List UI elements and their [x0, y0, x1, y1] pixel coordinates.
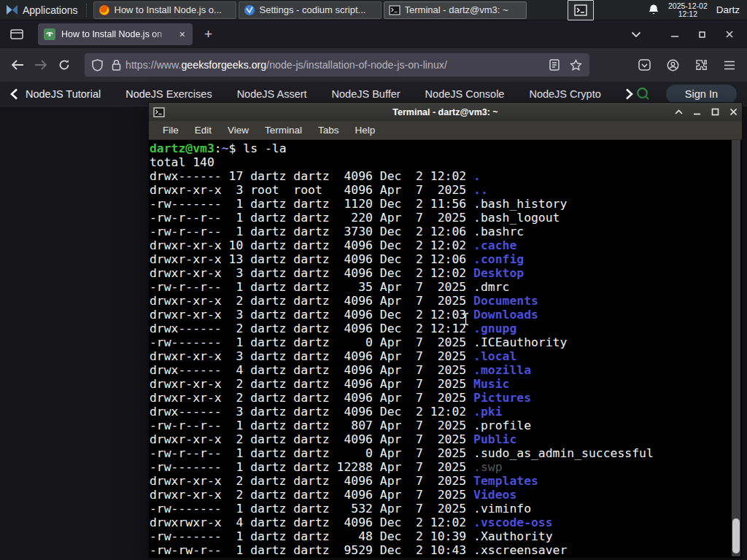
close-window-button[interactable]: [725, 30, 734, 39]
account-icon[interactable]: [667, 59, 679, 71]
taskbar-window-button[interactable]: Settings - codium script...: [239, 1, 382, 19]
reload-button[interactable]: [53, 53, 76, 77]
system-tray: 2025-12-02 12:12 Dartz: [648, 0, 747, 20]
lock-icon[interactable]: [112, 59, 121, 71]
maximize-button[interactable]: [698, 31, 706, 39]
terminal-launcher-button[interactable]: [568, 0, 594, 20]
terminal-line: -rw-r--r-- 1 dartz dartz 220 Apr 7 2025 …: [150, 211, 732, 225]
terminal-line: drwxr-xr-x 3 dartz dartz 4096 Dec 2 12:0…: [150, 266, 732, 280]
url-text: https://www.geeksforgeeks.org/node-js/in…: [125, 59, 546, 71]
top-panel: Applications How to Install Node.js o...…: [0, 0, 747, 20]
url-bar[interactable]: https://www.geeksforgeeks.org/node-js/in…: [85, 53, 589, 77]
terminal-menubar: FileEditViewTerminalTabsHelp: [149, 121, 742, 140]
terminal-line: drwxrwxr-x 4 dartz dartz 4096 Dec 2 12:0…: [150, 516, 732, 529]
terminal-line: -rw------- 1 dartz dartz 0 Apr 7 2025 .I…: [150, 335, 732, 349]
terminal-menu-edit[interactable]: Edit: [188, 122, 218, 138]
terminal-line: drwx------ 2 dartz dartz 4096 Dec 2 12:1…: [150, 322, 732, 335]
terminal-line: -rw-rw-r-- 1 dartz dartz 9529 Dec 2 10:4…: [150, 543, 732, 556]
window-controls: [631, 30, 747, 39]
site-nav-item[interactable]: NodeJS Console: [425, 88, 505, 100]
tab-close-button[interactable]: ×: [178, 28, 187, 41]
toolbar-right-icons: [638, 59, 747, 71]
terminal-line: -rw-r--r-- 1 dartz dartz 807 Apr 7 2025 …: [150, 419, 732, 432]
terminal-menu-tabs[interactable]: Tabs: [311, 122, 346, 138]
terminal-line: drwxr-xr-x 2 dartz dartz 4096 Apr 7 2025…: [150, 377, 732, 391]
forward-button[interactable]: [29, 53, 53, 77]
terminal-line: drwx------ 17 dartz dartz 4096 Dec 2 12:…: [150, 169, 732, 183]
terminal-line: drwxr-xr-x 10 dartz dartz 4096 Dec 2 12:…: [150, 238, 732, 252]
minimize-terminal-button[interactable]: [693, 109, 701, 115]
terminal-menu-file[interactable]: File: [156, 122, 185, 138]
terminal-icon: [389, 5, 400, 15]
applications-logo-icon: [6, 4, 18, 15]
terminal-title: Terminal - dartz@vm3: ~: [149, 107, 742, 117]
nav-scroll-left-icon[interactable]: [10, 88, 18, 100]
extensions-puzzle-icon[interactable]: [695, 59, 708, 71]
terminal-line: drwxr-xr-x 3 root root 4096 Apr 7 2025 .…: [150, 183, 732, 197]
terminal-line: -rw-r--r-- 1 dartz dartz 3730 Dec 2 12:0…: [150, 225, 732, 238]
terminal-line: -rw------- 1 dartz dartz 48 Dec 2 10:39 …: [150, 529, 732, 543]
site-search-icon[interactable]: [636, 87, 650, 101]
taskbar-window-label: How to Install Node.js o...: [115, 4, 222, 15]
terminal-window-icon: [153, 107, 165, 117]
site-nav-item[interactable]: NodeJS Exercises: [125, 88, 212, 100]
taskbar-window-button[interactable]: Terminal - dartz@vm3: ~: [384, 1, 527, 19]
desktop-screen: Applications How to Install Node.js o...…: [0, 0, 747, 560]
terminal-icon: [574, 4, 587, 16]
terminal-line: dartz@vm3:~$ ls -la: [150, 141, 732, 155]
panel-clock[interactable]: 2025-12-02 12:12: [668, 2, 708, 18]
panel-separator: [86, 4, 91, 17]
list-tabs-chevron-icon[interactable]: [631, 31, 641, 38]
back-button[interactable]: [6, 53, 29, 77]
firefox-view-icon[interactable]: [6, 24, 28, 44]
nav-scroll-right-icon[interactable]: [625, 88, 633, 100]
terminal-line: drwxr-xr-x 2 dartz dartz 4096 Apr 7 2025…: [150, 391, 732, 405]
terminal-line: drwxr-xr-x 3 dartz dartz 4096 Apr 7 2025…: [150, 349, 732, 363]
taskbar-window-label: Terminal - dartz@vm3: ~: [405, 4, 508, 15]
terminal-menu-help[interactable]: Help: [349, 122, 382, 138]
terminal-line: drwxr-xr-x 13 dartz dartz 4096 Dec 2 12:…: [150, 252, 732, 266]
applications-menu-button[interactable]: Applications: [0, 0, 84, 20]
terminal-scrollbar-thumb[interactable]: [732, 518, 740, 553]
maximize-terminal-button[interactable]: [711, 108, 719, 116]
terminal-window: Terminal - dartz@vm3: ~ FileEditViewTerm…: [148, 102, 743, 559]
downloads-icon[interactable]: [638, 59, 651, 71]
new-tab-button[interactable]: +: [204, 26, 212, 42]
terminal-line: -rw-r--r-- 1 dartz dartz 35 Apr 7 2025 .…: [150, 280, 732, 294]
site-nav-items: NodeJS TutorialNodeJS ExercisesNodeJS As…: [26, 88, 625, 100]
text-cursor-ibeam: [462, 312, 470, 326]
taskbar-window-label: Settings - codium script...: [260, 4, 366, 15]
firefox-icon: [98, 4, 110, 16]
terminal-menu-view[interactable]: View: [221, 122, 255, 138]
terminal-line: -rw-r--r-- 1 dartz dartz 0 Apr 7 2025 .s…: [150, 446, 732, 460]
minimize-button[interactable]: [670, 30, 679, 39]
applications-menu-label: Applications: [23, 4, 78, 16]
taskbar-window-button[interactable]: How to Install Node.js o...: [93, 1, 236, 19]
close-terminal-button[interactable]: [729, 108, 738, 116]
terminal-titlebar[interactable]: Terminal - dartz@vm3: ~: [149, 103, 742, 121]
terminal-menu-terminal[interactable]: Terminal: [258, 122, 309, 138]
browser-tab-bar: How to Install Node.js on × +: [0, 20, 747, 48]
signin-button[interactable]: Sign In: [666, 85, 737, 104]
terminal-output[interactable]: dartz@vm3:~$ ls -latotal 140drwx------ 1…: [149, 140, 732, 556]
terminal-line: drwx------ 4 dartz dartz 4096 Apr 7 2025…: [150, 363, 732, 377]
browser-tab-active[interactable]: How to Install Node.js on ×: [38, 23, 193, 45]
terminal-line: drwxr-xr-x 2 dartz dartz 4096 Apr 7 2025…: [150, 474, 732, 488]
menu-hamburger-icon[interactable]: [724, 61, 735, 70]
site-nav-item[interactable]: NodeJS Buffer: [332, 88, 400, 100]
bookmark-star-icon[interactable]: [570, 59, 582, 71]
site-nav-item[interactable]: NodeJS Assert: [237, 88, 307, 100]
clock-time: 12:12: [668, 10, 708, 18]
site-nav-item[interactable]: NodeJS Crypto: [529, 88, 600, 100]
notification-bell-icon[interactable]: [648, 4, 659, 16]
terminal-line: -rw------- 1 dartz dartz 12288 Apr 7 202…: [150, 460, 732, 474]
tracking-shield-icon[interactable]: [92, 59, 103, 71]
reader-mode-icon[interactable]: [549, 59, 560, 71]
site-nav-item[interactable]: NodeJS Tutorial: [26, 88, 101, 100]
shade-window-button[interactable]: [675, 109, 683, 114]
terminal-scrollbar[interactable]: [732, 140, 740, 556]
terminal-line: -rw------- 1 dartz dartz 532 Apr 7 2025 …: [150, 502, 732, 516]
tab-title: How to Install Node.js on: [61, 29, 172, 39]
user-menu[interactable]: Dartz: [716, 4, 741, 15]
terminal-line: total 140: [150, 155, 732, 169]
